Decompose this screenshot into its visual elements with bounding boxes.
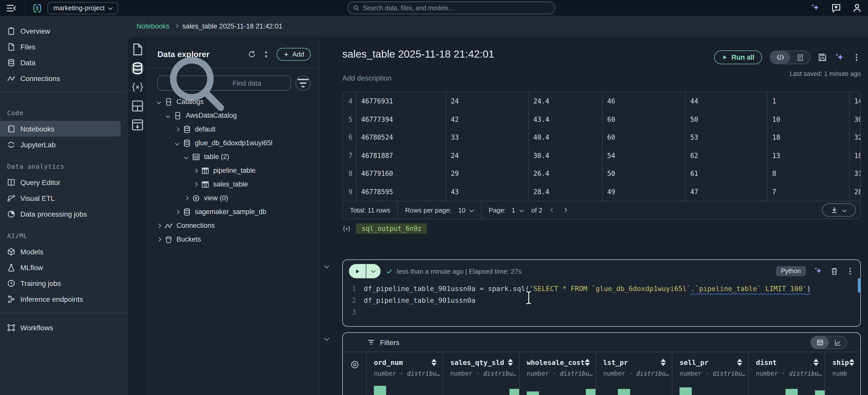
table-cell[interactable]: 14 — [849, 92, 860, 110]
code-line[interactable]: 1df_pipeline_table_901ussn0a = spark.sql… — [343, 282, 860, 294]
chevron-down-icon[interactable] — [469, 208, 473, 212]
sort-icon[interactable] — [585, 359, 590, 366]
table-cell[interactable]: 43.4 — [528, 110, 602, 128]
notebook-description-placeholder[interactable]: Add description — [342, 74, 392, 82]
table-cell[interactable]: 10 — [767, 110, 849, 128]
find-data-field[interactable] — [157, 75, 291, 91]
table-cell[interactable]: 54 — [602, 147, 685, 164]
table-cell[interactable]: 46 — [602, 92, 685, 110]
sort-icon[interactable] — [813, 359, 818, 366]
sidebar-item-inference-endpoints[interactable]: Inference endpoints — [0, 291, 121, 307]
sidebar-item-workflows[interactable]: Workflows — [0, 320, 121, 335]
global-search-input[interactable] — [363, 4, 550, 11]
ai-sparkle-icon[interactable] — [834, 52, 844, 62]
table-cell[interactable]: 13 — [767, 147, 849, 164]
sort-icon[interactable] — [661, 359, 666, 366]
tree-item-sales-table[interactable]: sales_table — [148, 177, 319, 191]
tree-item-default[interactable]: default — [148, 122, 319, 136]
add-data-button[interactable]: Add — [277, 48, 311, 61]
find-data-input[interactable] — [232, 79, 285, 87]
delete-cell-icon[interactable] — [830, 267, 838, 275]
sidebar-item-query-editor[interactable]: Query Editor — [0, 174, 121, 190]
chevron-right-icon[interactable] — [175, 127, 179, 131]
chevron-right-icon[interactable] — [193, 169, 198, 173]
chevron-down-icon[interactable] — [519, 208, 523, 212]
code-view-segment[interactable] — [770, 51, 790, 64]
row-index-cell[interactable]: 9 — [343, 183, 356, 201]
page-value[interactable]: 1 — [512, 206, 515, 214]
table-cell[interactable]: 43 — [446, 183, 528, 201]
refresh-icon[interactable] — [248, 51, 256, 58]
strip-data-icon[interactable] — [131, 62, 144, 75]
table-cell[interactable]: 60 — [602, 110, 685, 128]
ai-sparkle-icon[interactable] — [810, 3, 820, 13]
chevron-right-icon[interactable] — [184, 196, 188, 200]
doc-view-segment[interactable] — [790, 51, 810, 64]
table-cell[interactable]: 49 — [602, 183, 685, 201]
row-index-cell[interactable]: 4 — [343, 92, 356, 110]
language-badge[interactable]: Python — [776, 266, 806, 276]
chevron-down-icon[interactable] — [184, 155, 188, 159]
table-cell[interactable]: 7 — [767, 183, 849, 201]
chevron-right-icon[interactable] — [175, 210, 179, 214]
sql-output-chip[interactable]: sql_output_6n9z — [356, 223, 427, 234]
table-cell[interactable]: 46778595 — [356, 183, 446, 201]
table-cell[interactable]: 18 — [849, 147, 860, 164]
user-profile-icon[interactable] — [852, 3, 862, 13]
table-cell[interactable]: 61 — [685, 164, 767, 183]
run-options-button[interactable] — [366, 264, 380, 278]
chart-view-segment[interactable] — [829, 336, 847, 348]
sort-icon[interactable] — [849, 359, 854, 366]
sidebar-item-overview[interactable]: Overview — [0, 23, 121, 39]
sidebar-item-mlflow[interactable]: MLflow — [0, 260, 121, 275]
table-cell[interactable]: 53 — [685, 128, 767, 147]
table-cell[interactable]: 46776931 — [356, 92, 446, 110]
sidebar-item-files[interactable]: Files — [0, 39, 121, 55]
collapse-tree-icon[interactable] — [262, 51, 270, 58]
table-chart-toggle[interactable] — [810, 336, 847, 349]
table-cell[interactable]: 33 — [446, 128, 528, 147]
table-cell[interactable]: 28.4 — [528, 183, 602, 201]
ai-sparkle-icon[interactable] — [813, 267, 823, 276]
download-results-button[interactable] — [822, 203, 856, 217]
table-cell[interactable]: 46777394 — [356, 110, 446, 128]
table-cell[interactable]: 28 — [849, 183, 860, 201]
table-cell[interactable]: 40.4 — [528, 128, 602, 147]
table-cell[interactable]: 24 — [446, 92, 528, 110]
table-cell[interactable]: 46779160 — [356, 164, 446, 183]
table-cell[interactable]: 46781887 — [356, 147, 446, 164]
table-cell[interactable]: 24 — [446, 147, 528, 164]
row-index-cell[interactable]: 8 — [343, 164, 356, 183]
table-cell[interactable]: 44 — [685, 92, 767, 110]
table-cell[interactable]: 32 — [849, 128, 860, 147]
table-cell[interactable]: 42 — [446, 110, 528, 128]
tree-item-buckets[interactable]: Buckets — [148, 233, 319, 246]
row-index-cell[interactable]: 5 — [343, 110, 356, 128]
table-cell[interactable]: 31 — [849, 164, 860, 183]
more-options-icon[interactable] — [852, 53, 861, 62]
cell-more-options-icon[interactable] — [846, 267, 854, 275]
next-page-icon[interactable] — [563, 208, 567, 212]
tree-item-view-0-[interactable]: view (0) — [148, 191, 319, 205]
table-cell[interactable]: 26.4 — [528, 164, 602, 183]
target-view-icon[interactable] — [350, 360, 359, 369]
chevron-right-icon[interactable] — [157, 223, 161, 227]
run-cell-button[interactable] — [349, 264, 366, 278]
strip-table-import-icon[interactable] — [131, 118, 144, 131]
menu-fold-icon[interactable] — [6, 4, 16, 12]
feedback-icon[interactable] — [831, 3, 841, 13]
table-view-segment[interactable] — [811, 336, 829, 348]
sidebar-item-notebooks[interactable]: Notebooks — [0, 121, 121, 136]
tree-item-pipeline-table[interactable]: pipeline_table — [148, 163, 319, 177]
chevron-down-icon[interactable] — [157, 100, 161, 104]
scrollbar-thumb[interactable] — [858, 278, 861, 293]
code-line[interactable]: 3 — [343, 306, 860, 317]
sidebar-item-training-jobs[interactable]: Training jobs — [0, 275, 121, 291]
table-cell[interactable]: 50 — [602, 164, 685, 183]
chevron-right-icon[interactable] — [193, 182, 198, 186]
sidebar-item-data[interactable]: Data — [0, 55, 121, 70]
global-search[interactable] — [347, 2, 555, 14]
tree-filter-button[interactable] — [296, 75, 311, 91]
project-selector[interactable]: marketing-project — [48, 2, 118, 14]
table-cell[interactable]: 24.4 — [528, 92, 602, 110]
